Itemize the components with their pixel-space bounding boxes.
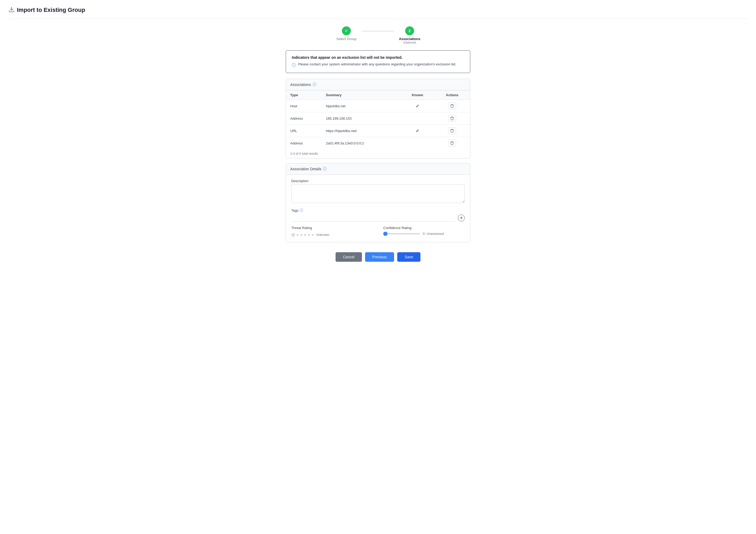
associations-table: Type Summary Known Actions Hosthijacklib…: [286, 91, 470, 149]
notice-box: Indicators that appear on an exclusion l…: [286, 50, 470, 73]
threat-rating-label: Threat Rating: [291, 226, 373, 230]
cell-type-1: Address: [286, 112, 322, 125]
confidence-rating-group: Confidence Rating 0- Unassessed: [383, 226, 465, 236]
notice-body-text: Please contact your system administrator…: [298, 62, 456, 66]
associations-label: Associations: [290, 83, 311, 87]
step-label-2: Associations: [399, 37, 420, 41]
step-label-1: Select Group: [337, 37, 356, 41]
confidence-slider-container: 0- Unassessed: [383, 232, 465, 236]
step-circle-2: 2: [405, 26, 414, 35]
delete-button-1[interactable]: [448, 115, 456, 122]
col-summary: Summary: [322, 91, 401, 100]
cell-known-2: ✓: [401, 125, 434, 137]
checkmark-icon: ✓: [345, 29, 348, 33]
threat-star-4[interactable]: ●: [308, 232, 310, 237]
details-body: Description Tags ⓘ + Threat Rating: [286, 175, 470, 242]
cell-summary-2: https://hijacklibs.net/: [322, 125, 401, 137]
notice-info-icon: ⓘ: [292, 63, 296, 68]
cell-known-1: [401, 112, 434, 125]
cell-summary-0: hijacklibs.net: [322, 100, 401, 112]
save-button[interactable]: Save: [397, 252, 420, 262]
step-associations: 2 Associations (Optional): [394, 26, 425, 44]
threat-stars: ⊘ ● ● ● ● ● Unknown: [291, 232, 373, 238]
col-type: Type: [286, 91, 322, 100]
delete-button-3[interactable]: [448, 140, 456, 147]
known-checkmark: ✓: [416, 104, 419, 108]
association-details-info-icon: ⓘ: [323, 167, 327, 171]
step-sublabel-2: (Optional): [403, 41, 416, 44]
footer-bar: Cancel Previous Save: [286, 247, 470, 264]
cell-type-3: Address: [286, 137, 322, 149]
cell-actions-1: [434, 112, 470, 125]
description-textarea[interactable]: [291, 184, 465, 203]
import-icon: [9, 6, 14, 13]
tags-input[interactable]: [291, 214, 456, 222]
association-details-panel: Association Details ⓘ Description Tags ⓘ…: [286, 163, 470, 242]
cell-actions-0: [434, 100, 470, 112]
associations-section-header: Associations ⓘ: [286, 79, 470, 91]
main-content: Indicators that appear on an exclusion l…: [286, 50, 470, 242]
tags-add-button[interactable]: +: [458, 215, 465, 221]
table-row: Address185.199.108.153: [286, 112, 470, 125]
threat-star-slash: ⊘: [291, 232, 295, 238]
page-container: Import to Existing Group ✓ Select Group …: [0, 0, 756, 534]
ratings-row: Threat Rating ⊘ ● ● ● ● ● Unknown: [291, 226, 465, 238]
threat-star-3[interactable]: ●: [304, 232, 307, 237]
threat-star-5[interactable]: ●: [311, 232, 314, 237]
col-actions: Actions: [434, 91, 470, 100]
threat-star-1[interactable]: ●: [296, 232, 299, 237]
step-circle-1: ✓: [342, 26, 351, 35]
stepper-connector: [362, 31, 394, 31]
table-header-row: Type Summary Known Actions: [286, 91, 470, 100]
tags-label-row: Tags ⓘ: [291, 208, 465, 213]
confidence-rating-label: Confidence Rating: [383, 226, 465, 230]
threat-rating-group: Threat Rating ⊘ ● ● ● ● ● Unknown: [291, 226, 373, 238]
previous-button[interactable]: Previous: [365, 252, 394, 262]
cell-summary-3: 2a01:4f9:3a:13e0:0:0:0:2: [322, 137, 401, 149]
table-pagination: 1-4 of 4 total results: [286, 149, 470, 158]
cancel-button[interactable]: Cancel: [336, 252, 362, 262]
association-details-label: Association Details: [290, 167, 321, 171]
tags-info-icon: ⓘ: [300, 208, 303, 213]
step-select-group: ✓ Select Group: [331, 26, 362, 41]
confidence-slider[interactable]: [383, 233, 420, 234]
table-row: Address2a01:4f9:3a:13e0:0:0:0:2: [286, 137, 470, 149]
step-number-2: 2: [409, 29, 411, 33]
cell-known-3: [401, 137, 434, 149]
page-header: Import to Existing Group: [9, 6, 747, 19]
description-label: Description: [291, 179, 465, 183]
associations-info-icon: ⓘ: [312, 82, 316, 87]
cell-type-2: URL: [286, 125, 322, 137]
cell-type-0: Host: [286, 100, 322, 112]
delete-button-0[interactable]: [448, 102, 456, 109]
threat-unknown-label: Unknown: [316, 233, 329, 237]
threat-star-2[interactable]: ●: [300, 232, 303, 237]
tags-row: +: [291, 214, 465, 222]
notice-title: Indicators that appear on an exclusion l…: [292, 55, 464, 60]
association-details-header: Association Details ⓘ: [286, 163, 470, 175]
cell-summary-1: 185.199.108.153: [322, 112, 401, 125]
associations-panel: Associations ⓘ Type Summary Known Action…: [286, 79, 470, 158]
table-row: URLhttps://hijacklibs.net/✓: [286, 125, 470, 137]
col-known: Known: [401, 91, 434, 100]
cell-actions-2: [434, 125, 470, 137]
table-row: Hosthijacklibs.net✓: [286, 100, 470, 112]
cell-actions-3: [434, 137, 470, 149]
tags-label: Tags: [291, 208, 298, 212]
delete-button-2[interactable]: [448, 127, 456, 134]
notice-body: ⓘ Please contact your system administrat…: [292, 62, 464, 68]
page-title: Import to Existing Group: [17, 7, 85, 13]
stepper: ✓ Select Group 2 Associations (Optional): [9, 26, 747, 44]
cell-known-0: ✓: [401, 100, 434, 112]
confidence-value-label: 0- Unassessed: [423, 232, 444, 236]
known-checkmark: ✓: [416, 129, 419, 133]
